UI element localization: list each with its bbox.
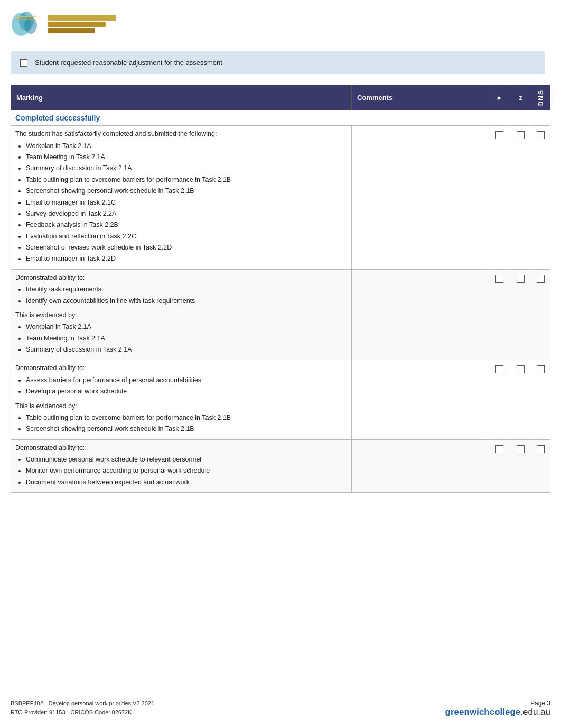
logo-text-line-1 xyxy=(48,15,116,21)
section-header-cell: Completed successfully xyxy=(11,110,550,126)
row2-dns-cell[interactable] xyxy=(531,269,550,360)
list-item: Email to manager in Task 2.2D xyxy=(26,254,347,264)
col-check2-header: z xyxy=(510,85,531,110)
list-item: Screenshot showing personal work schedul… xyxy=(26,186,347,196)
adjustment-bar: Student requested reasonable adjustment … xyxy=(11,51,545,74)
list-item: Document variations between expected and… xyxy=(26,477,347,487)
col-comments-header: Comments xyxy=(352,85,489,110)
list-item: Team Meeting in Task 2.1A xyxy=(26,152,347,162)
footer: BSBPEF402 - Develop personal work priori… xyxy=(11,699,550,717)
row2-evidence-label: This is evidenced by: xyxy=(15,310,347,320)
row4-check1-box[interactable] xyxy=(495,445,503,453)
row3-check1-cell[interactable] xyxy=(489,360,510,439)
list-item: Assess barriers for performance of perso… xyxy=(26,375,347,385)
row1-content-cell: The student has satisfactorily completed… xyxy=(11,126,352,270)
row2-content-cell: Demonstrated ability to: Identify task r… xyxy=(11,269,352,360)
list-item: Workplan in Task 2.1A xyxy=(26,322,347,332)
col-dns-header: DNS xyxy=(531,85,550,110)
row2-evidence-list: Workplan in Task 2.1A Team Meeting in Ta… xyxy=(26,322,347,355)
section-title: Completed successfully xyxy=(15,114,100,122)
row3-check2-box[interactable] xyxy=(517,365,525,373)
row4-check2-cell[interactable] xyxy=(510,439,531,493)
footer-brand-plain: greenwichcollege xyxy=(445,707,521,717)
row4-dns-cell[interactable] xyxy=(531,439,550,493)
marking-table: Marking Comments ► z DNS Completed succe… xyxy=(11,85,550,493)
list-item: Email to manager in Task 2.1C xyxy=(26,198,347,208)
row2-check2-cell[interactable] xyxy=(510,269,531,360)
row2-dns-box[interactable] xyxy=(537,275,545,283)
list-item: Table outlining plan to overcome barrier… xyxy=(26,413,347,423)
row3-evidence-label: This is evidenced by: xyxy=(15,401,347,411)
list-item: Table outlining plan to overcome barrier… xyxy=(26,175,347,185)
row2-check1-cell[interactable] xyxy=(489,269,510,360)
list-item: Develop a personal work schedule xyxy=(26,386,347,397)
row4-intro: Demonstrated ability to: xyxy=(15,443,347,453)
list-item: Workplan in Task 2.1A xyxy=(26,141,347,151)
row3-dns-box[interactable] xyxy=(537,365,545,373)
row1-dns-cell[interactable] xyxy=(531,126,550,270)
col-marking-header: Marking xyxy=(11,85,352,110)
list-item: Team Meeting in Task 2.1A xyxy=(26,334,347,344)
list-item: Screenshot showing personal work schedul… xyxy=(26,424,347,434)
table-row: The student has satisfactorily completed… xyxy=(11,126,550,270)
list-item: Identify task requirements xyxy=(26,284,347,294)
svg-rect-3 xyxy=(15,16,36,17)
row4-dns-box[interactable] xyxy=(537,445,545,453)
row4-check2-box[interactable] xyxy=(517,445,525,453)
list-item: Survey developed in Task 2.2A xyxy=(26,209,347,219)
list-item: Summary of discussion in Task 2.1A xyxy=(26,345,347,355)
adjustment-text: Student requested reasonable adjustment … xyxy=(35,59,222,67)
logo-container xyxy=(11,10,116,39)
footer-right: Page 3 greenwichcollege.edu.au xyxy=(445,699,550,717)
list-item: Communicate personal work schedule to re… xyxy=(26,455,347,465)
row1-bullet-list: Workplan in Task 2.1A Team Meeting in Ta… xyxy=(26,141,347,264)
dns-vertical-label: DNS xyxy=(537,89,545,106)
row3-comments-cell xyxy=(352,360,489,439)
row4-content-cell: Demonstrated ability to: Communicate per… xyxy=(11,439,352,493)
table-row: Demonstrated ability to: Identify task r… xyxy=(11,269,550,360)
col-check1-header: ► xyxy=(489,85,510,110)
footer-brand: greenwichcollege.edu.au xyxy=(445,707,550,717)
row2-ability-list: Identify task requirements Identify own … xyxy=(26,284,347,306)
row1-intro: The student has satisfactorily completed… xyxy=(15,129,347,139)
footer-line1: BSBPEF402 - Develop personal work priori… xyxy=(11,699,154,708)
row2-intro: Demonstrated ability to: xyxy=(15,273,347,283)
row3-dns-cell[interactable] xyxy=(531,360,550,439)
row3-evidence-list: Table outlining plan to overcome barrier… xyxy=(26,413,347,435)
list-item: Feedback analysis in Task 2.2B xyxy=(26,220,347,230)
row2-check1-box[interactable] xyxy=(495,275,503,283)
header xyxy=(0,0,561,46)
row1-comments-cell xyxy=(352,126,489,270)
row3-evidence-section: This is evidenced by: Table outlining pl… xyxy=(15,401,347,435)
list-item: Summary of discussion in Task 2.1A xyxy=(26,163,347,173)
table-row: Demonstrated ability to: Assess barriers… xyxy=(11,360,550,439)
page-wrapper: Student requested reasonable adjustment … xyxy=(0,0,561,728)
list-item: Evaluation and reflection in Task 2.2C xyxy=(26,232,347,242)
row3-intro: Demonstrated ability to: xyxy=(15,363,347,373)
logo-text-block xyxy=(48,15,116,33)
row1-dns-box[interactable] xyxy=(537,131,545,139)
table-header-row: Marking Comments ► z DNS xyxy=(11,85,550,110)
list-item: Monitor own performance according to per… xyxy=(26,466,347,476)
marking-table-wrapper: Marking Comments ► z DNS Completed succe… xyxy=(11,85,550,493)
adjustment-checkbox[interactable] xyxy=(20,59,27,67)
row3-check1-box[interactable] xyxy=(495,365,503,373)
list-item: Screenshot of revised work schedule in T… xyxy=(26,243,347,253)
list-item: Identify own accountabilities in line wi… xyxy=(26,296,347,306)
row3-check2-cell[interactable] xyxy=(510,360,531,439)
section-header-row: Completed successfully xyxy=(11,110,550,126)
row1-check1-box[interactable] xyxy=(495,131,503,139)
table-row: Demonstrated ability to: Communicate per… xyxy=(11,439,550,493)
row1-check1-cell[interactable] xyxy=(489,126,510,270)
svg-rect-4 xyxy=(16,19,34,20)
row4-comments-cell xyxy=(352,439,489,493)
college-logo-icon xyxy=(11,10,42,39)
row4-check1-cell[interactable] xyxy=(489,439,510,493)
row1-check2-cell[interactable] xyxy=(510,126,531,270)
row3-content-cell: Demonstrated ability to: Assess barriers… xyxy=(11,360,352,439)
row2-check2-box[interactable] xyxy=(517,275,525,283)
logo-text-line-2 xyxy=(48,22,106,27)
footer-line2: RTO Provider: 91153 - CRICOS Code: 02672… xyxy=(11,708,154,717)
footer-page: Page 3 xyxy=(445,699,550,707)
row1-check2-box[interactable] xyxy=(517,131,525,139)
